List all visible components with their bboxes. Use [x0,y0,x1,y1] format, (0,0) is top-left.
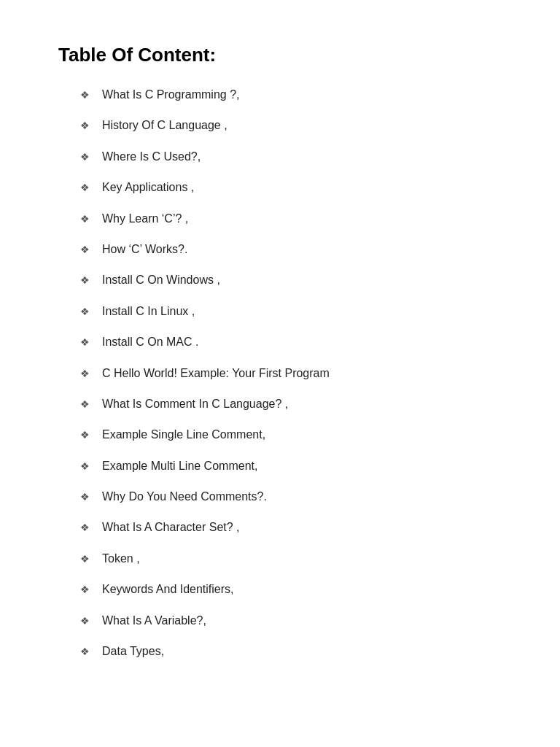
bullet-diamond-icon: ❖ [80,521,96,535]
list-item: ❖What Is A Variable?, [80,613,502,629]
bullet-diamond-icon: ❖ [80,583,96,597]
toc-item-label: Why Do You Need Comments?. [102,489,267,505]
list-item: ❖What Is Comment In C Language? , [80,396,502,412]
bullet-diamond-icon: ❖ [80,552,96,567]
list-item: ❖Token , [80,551,502,567]
list-item: ❖Install C On Windows , [80,272,502,288]
bullet-diamond-icon: ❖ [80,243,96,258]
toc-item-label: What Is A Variable?, [102,613,206,629]
list-item: ❖Key Applications , [80,179,502,196]
list-item: ❖What Is C Programming ?, [80,87,502,103]
list-item: ❖Keywords And Identifiers, [80,581,502,597]
bullet-diamond-icon: ❖ [80,614,96,629]
list-item: ❖History Of C Language , [80,117,502,133]
list-item: ❖How ‘C’ Works?. [80,241,502,258]
list-item: ❖Example Multi Line Comment, [80,458,502,474]
toc-item-label: Where Is C Used?, [102,149,201,165]
bullet-diamond-icon: ❖ [80,119,96,133]
list-item: ❖Install C In Linux , [80,303,502,320]
list-item: ❖Example Single Line Comment, [80,427,502,443]
toc-item-label: Install C On Windows , [102,272,220,288]
toc-list: ❖What Is C Programming ?,❖History Of C L… [80,87,502,659]
list-item: ❖Why Learn ‘C’? , [80,211,502,227]
toc-item-label: Key Applications , [102,179,194,196]
list-item: ❖Why Do You Need Comments?. [80,489,502,505]
bullet-diamond-icon: ❖ [80,367,96,382]
toc-item-label: History Of C Language , [102,117,228,133]
bullet-diamond-icon: ❖ [80,305,96,320]
toc-item-label: C Hello World! Example: Your First Progr… [102,365,330,382]
bullet-diamond-icon: ❖ [80,336,96,350]
toc-item-label: Token , [102,551,140,567]
page-title: Table Of Content: [58,44,502,66]
list-item: ❖Install C On MAC . [80,334,502,350]
toc-item-label: Example Multi Line Comment, [102,458,257,474]
bullet-diamond-icon: ❖ [80,88,96,103]
list-item: ❖What Is A Character Set? , [80,519,502,535]
toc-item-label: What Is C Programming ?, [102,87,240,103]
toc-item-label: Install C On MAC . [102,334,198,350]
list-item: ❖Data Types, [80,643,502,659]
bullet-diamond-icon: ❖ [80,645,96,659]
bullet-diamond-icon: ❖ [80,150,96,165]
toc-item-label: What Is Comment In C Language? , [102,396,288,412]
list-item: ❖Where Is C Used?, [80,149,502,165]
toc-item-label: Keywords And Identifiers, [102,581,234,597]
toc-item-label: How ‘C’ Works?. [102,241,187,258]
list-item: ❖C Hello World! Example: Your First Prog… [80,365,502,382]
bullet-diamond-icon: ❖ [80,490,96,505]
toc-item-label: Example Single Line Comment, [102,427,265,443]
bullet-diamond-icon: ❖ [80,181,96,196]
toc-item-label: Data Types, [102,643,164,659]
bullet-diamond-icon: ❖ [80,274,96,288]
bullet-diamond-icon: ❖ [80,398,96,412]
toc-item-label: Why Learn ‘C’? , [102,211,188,227]
toc-item-label: Install C In Linux , [102,303,195,320]
toc-item-label: What Is A Character Set? , [102,519,240,535]
bullet-diamond-icon: ❖ [80,212,96,227]
bullet-diamond-icon: ❖ [80,428,96,443]
bullet-diamond-icon: ❖ [80,460,96,474]
